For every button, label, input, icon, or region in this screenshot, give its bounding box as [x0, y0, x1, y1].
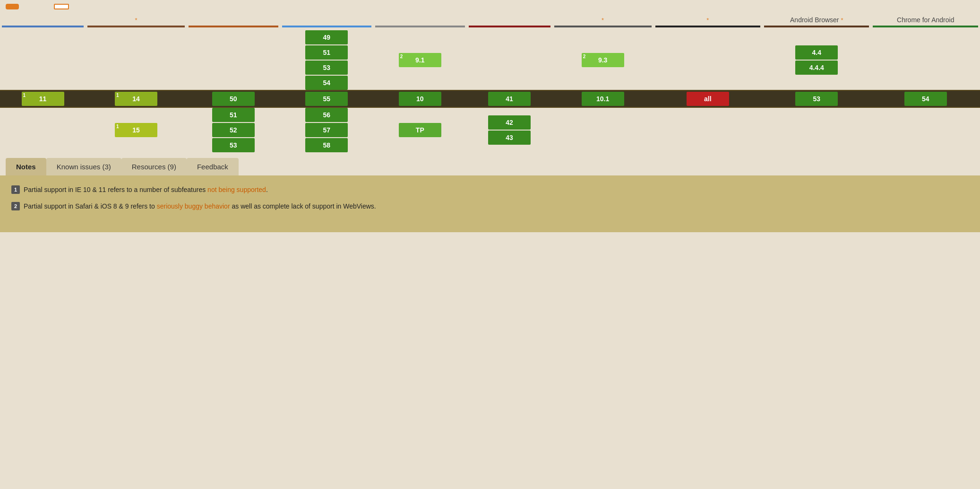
- version-box-58[interactable]: 58: [305, 138, 348, 152]
- browser-bar-ios-safari: [554, 26, 652, 27]
- cell-r2-c8: [762, 107, 871, 153]
- browser-header-edge: *: [86, 13, 187, 29]
- browser-bar-chrome: [282, 26, 372, 27]
- version-box-41[interactable]: 41: [488, 92, 531, 106]
- version-box-53[interactable]: 53: [305, 61, 348, 75]
- tab-knownissues3[interactable]: Known issues (3): [46, 158, 121, 175]
- cell-r2-c3: 565758: [280, 107, 374, 153]
- show-all-button[interactable]: [54, 4, 69, 9]
- tabs-bar: NotesKnown issues (3)Resources (9)Feedba…: [0, 158, 980, 175]
- cell-r2-c7: [653, 107, 762, 153]
- cell-r0-c1: [86, 29, 187, 91]
- ios-safari-asterisk: *: [602, 17, 604, 24]
- version-box-49[interactable]: 49: [305, 30, 348, 44]
- version-box-TP[interactable]: TP: [399, 123, 441, 137]
- edge-asterisk: *: [135, 17, 138, 24]
- cell-r2-c2: 515253: [187, 107, 280, 153]
- compat-table-wrapper: *: [0, 13, 980, 153]
- version-box-10.1[interactable]: 10.1: [582, 92, 624, 106]
- version-box-56[interactable]: 56: [305, 108, 348, 122]
- version-box-43[interactable]: 43: [488, 131, 531, 145]
- cell-r2-c1: 115: [86, 107, 187, 153]
- cell-r2-c0: [0, 107, 86, 153]
- cell-r2-c6: [552, 107, 653, 153]
- compat-row-0: 4951535429.129.34.44.4.4: [0, 29, 980, 91]
- version-box-9.1[interactable]: 29.1: [399, 53, 441, 67]
- version-box-9.3[interactable]: 29.3: [582, 53, 624, 67]
- note-superscript: 1: [23, 93, 26, 98]
- cell-r0-c2: [187, 29, 280, 91]
- note-link-2[interactable]: seriously buggy behavior: [157, 202, 230, 210]
- note-item-1: 1Partial support in IE 10 & 11 refers to…: [11, 185, 969, 195]
- browser-bar-chrome-android: [873, 26, 978, 27]
- cell-r1-c4: 10: [373, 91, 467, 107]
- browser-bar-edge: [87, 26, 185, 27]
- version-box-52[interactable]: 52: [212, 123, 255, 137]
- note-superscript: 1: [116, 124, 119, 129]
- browser-bar-ie: [2, 26, 84, 27]
- browser-header-ie: [0, 13, 86, 29]
- tab-feedback[interactable]: Feedback: [187, 158, 239, 175]
- cell-r2-c5: 4243: [467, 107, 552, 153]
- cell-r0-c9: [871, 29, 980, 91]
- cell-r0-c0: [0, 29, 86, 91]
- note-badge-2: 2: [11, 202, 20, 210]
- browser-header-ios-safari: *: [552, 13, 653, 29]
- date-relative-button[interactable]: [38, 4, 51, 9]
- version-box-14[interactable]: 114: [115, 92, 157, 106]
- current-aligned-button[interactable]: [6, 4, 19, 9]
- cell-r2-c4: TP: [373, 107, 467, 153]
- cell-r1-c9: 54: [871, 91, 980, 107]
- version-box-54[interactable]: 54: [305, 76, 348, 90]
- browser-header-opera: [467, 13, 552, 29]
- cell-r0-c6: 29.3: [552, 29, 653, 91]
- note-badge-1: 1: [11, 185, 20, 194]
- browser-header-safari: [373, 13, 467, 29]
- version-box-55[interactable]: 55: [305, 92, 348, 106]
- tab-resources9[interactable]: Resources (9): [121, 158, 187, 175]
- browser-header-android: Android Browser *: [762, 13, 871, 29]
- version-box-57[interactable]: 57: [305, 123, 348, 137]
- browser-header-chrome-android: Chrome for Android: [871, 13, 980, 29]
- version-box-4.4.4[interactable]: 4.4.4: [795, 61, 838, 75]
- version-box-51[interactable]: 51: [212, 108, 255, 122]
- note-text-1: Partial support in IE 10 & 11 refers to …: [24, 185, 268, 195]
- cell-r1-c1: 114: [86, 91, 187, 107]
- cell-r0-c7: [653, 29, 762, 91]
- version-box-53[interactable]: 53: [795, 92, 838, 106]
- browser-name-chrome-android: Chrome for Android: [897, 16, 954, 24]
- compat-table: *: [0, 13, 980, 153]
- notes-section: 1Partial support in IE 10 & 11 refers to…: [0, 175, 980, 232]
- cell-r1-c0: 111: [0, 91, 86, 107]
- cell-r2-c9: [871, 107, 980, 153]
- note-superscript: 2: [400, 54, 403, 59]
- note-superscript: 1: [116, 93, 119, 98]
- cell-r1-c8: 53: [762, 91, 871, 107]
- version-box-42[interactable]: 42: [488, 115, 531, 130]
- version-box-all[interactable]: all: [687, 92, 729, 106]
- note-link-1[interactable]: not being supported: [207, 186, 266, 193]
- version-box-54[interactable]: 54: [904, 92, 947, 106]
- cell-r1-c6: 10.1: [552, 91, 653, 107]
- cell-r0-c4: 29.1: [373, 29, 467, 91]
- usage-relative-button[interactable]: [22, 4, 35, 9]
- version-box-50[interactable]: 50: [212, 92, 255, 106]
- cell-r0-c5: [467, 29, 552, 91]
- opera-mini-asterisk: *: [706, 17, 709, 24]
- browser-bar-safari: [375, 26, 465, 27]
- version-box-53[interactable]: 53: [212, 138, 255, 152]
- version-box-4.4[interactable]: 4.4: [795, 45, 838, 60]
- tab-notes[interactable]: Notes: [6, 158, 46, 175]
- version-box-15[interactable]: 115: [115, 123, 157, 137]
- cell-r1-c7: all: [653, 91, 762, 107]
- version-box-10[interactable]: 10: [399, 92, 441, 106]
- browser-bar-opera-mini: [655, 26, 760, 27]
- browser-bar-opera: [469, 26, 550, 27]
- compat-row-1: 1111145055104110.1all5354: [0, 91, 980, 107]
- note-item-2: 2Partial support in Safari & iOS 8 & 9 r…: [11, 201, 969, 211]
- browser-name-android: Android Browser: [790, 16, 839, 24]
- cell-r0-c8: 4.44.4.4: [762, 29, 871, 91]
- cell-r0-c3: 49515354: [280, 29, 374, 91]
- version-box-11[interactable]: 111: [22, 92, 64, 106]
- version-box-51[interactable]: 51: [305, 45, 348, 60]
